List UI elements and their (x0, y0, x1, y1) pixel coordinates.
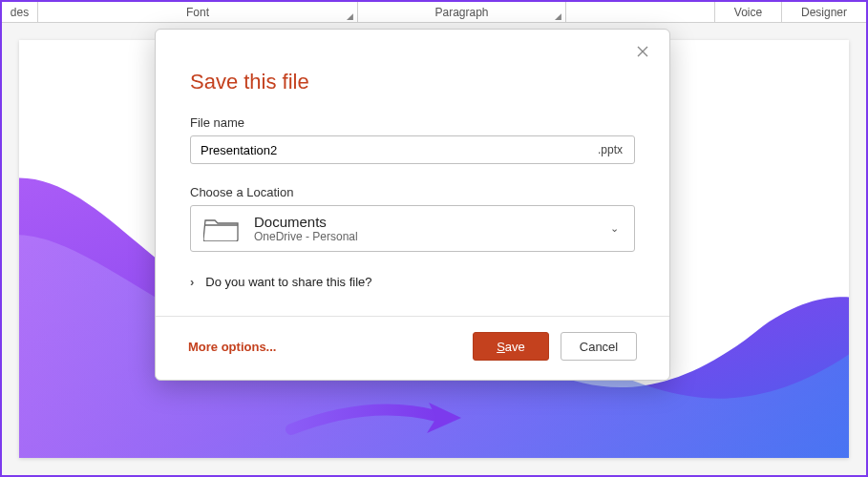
save-button[interactable]: Save (473, 332, 549, 361)
location-picker[interactable]: Documents OneDrive - Personal ⌄ (190, 205, 635, 252)
share-prompt-text: Do you want to share this file? (205, 275, 371, 289)
chevron-right-icon: › (190, 275, 194, 289)
ribbon-group-designer: Designer (782, 2, 866, 22)
more-options-link[interactable]: More options... (188, 340, 276, 354)
filename-label: File name (190, 115, 635, 130)
ribbon-label-slides: des (11, 6, 29, 19)
close-button[interactable] (629, 39, 656, 66)
ribbon-group-row: des Font ◢ Paragraph ◢ Voice Designer (2, 2, 866, 23)
paragraph-dialog-launcher-icon[interactable]: ◢ (555, 11, 561, 21)
chevron-down-icon: ⌄ (610, 222, 619, 235)
filename-field[interactable]: .pptx (190, 135, 635, 164)
folder-icon (202, 215, 241, 243)
save-file-dialog: Save this file File name .pptx Choose a … (155, 29, 670, 381)
font-dialog-launcher-icon[interactable]: ◢ (347, 11, 353, 21)
ribbon-label-designer: Designer (801, 6, 847, 19)
file-extension-picker[interactable]: .pptx (585, 143, 634, 156)
ribbon-group-slides: des (2, 2, 38, 22)
ribbon-group-paragraph: Paragraph ◢ (358, 2, 566, 22)
location-subtitle: OneDrive - Personal (254, 230, 358, 243)
cancel-button[interactable]: Cancel (561, 332, 637, 361)
ribbon-label-font: Font (186, 6, 209, 19)
ribbon-group-blank1 (566, 2, 715, 22)
ribbon-label-voice: Voice (734, 6, 762, 19)
dialog-title: Save this file (190, 70, 635, 94)
share-file-expander[interactable]: › Do you want to share this file? (190, 273, 635, 302)
ribbon-group-voice: Voice (715, 2, 782, 22)
filename-input[interactable] (191, 143, 585, 157)
ribbon-label-paragraph: Paragraph (434, 6, 488, 19)
location-name: Documents (254, 214, 358, 230)
location-label: Choose a Location (190, 185, 635, 199)
ribbon-group-font: Font ◢ (38, 2, 358, 22)
close-icon (637, 46, 648, 57)
